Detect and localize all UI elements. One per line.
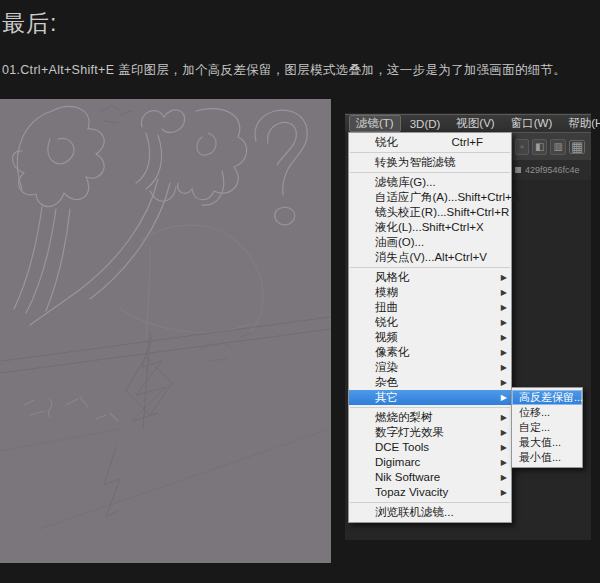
submenu-arrow-icon: ▶ bbox=[501, 300, 507, 315]
menu-item[interactable]: 浏览联机滤镜... bbox=[349, 505, 511, 520]
document-tab[interactable]: 429f9546fc4e bbox=[512, 160, 591, 180]
menu-item-shortcut: Shift+Ctrl+X bbox=[422, 220, 498, 235]
menu-item[interactable]: 位移... bbox=[512, 405, 582, 420]
menu-item[interactable]: 自适应广角(A)...Shift+Ctrl+A bbox=[349, 190, 511, 205]
menu-item-label: 最小值... bbox=[519, 450, 578, 465]
menu-item-shortcut: Alt+Ctrl+V bbox=[434, 250, 500, 265]
menu-item-shortcut: Shift+Ctrl+R bbox=[447, 205, 524, 220]
submenu-arrow-icon: ▶ bbox=[501, 425, 507, 440]
menu-item-label: 滤镜库(G)... bbox=[375, 175, 497, 190]
menu-item-label: 风格化 bbox=[375, 270, 497, 285]
submenu-arrow-icon: ▶ bbox=[501, 330, 507, 345]
menu-item[interactable]: 滤镜库(G)... bbox=[349, 175, 511, 190]
menu-item-label: 浏览联机滤镜... bbox=[375, 505, 497, 520]
submenu-arrow-icon: ▶ bbox=[501, 270, 507, 285]
menu-item[interactable]: 消失点(V)...Alt+Ctrl+V bbox=[349, 250, 511, 265]
menu-item[interactable]: 燃烧的梨树▶ bbox=[349, 410, 511, 425]
menu-item-label: 扭曲 bbox=[375, 300, 497, 315]
menu-item-label: 视频 bbox=[375, 330, 497, 345]
menu-item-label: 自定... bbox=[519, 420, 578, 435]
filter-dropdown-menu: 锐化Ctrl+F转换为智能滤镜滤镜库(G)...自适应广角(A)...Shift… bbox=[348, 132, 512, 523]
menu-item[interactable]: Digimarc▶ bbox=[349, 455, 511, 470]
menu-item[interactable]: 最大值... bbox=[512, 435, 582, 450]
submenu-arrow-icon: ▶ bbox=[501, 315, 507, 330]
menu-item[interactable]: 锐化▶ bbox=[349, 315, 511, 330]
menu-item-label: 位移... bbox=[519, 405, 578, 420]
menu-item[interactable]: 像素化▶ bbox=[349, 345, 511, 360]
menubar-item[interactable]: 帮助(H) bbox=[561, 115, 600, 132]
page-title: 最后: bbox=[2, 8, 57, 39]
menu-item[interactable]: Topaz Vivacity▶ bbox=[349, 485, 511, 500]
menu-item-shortcut: Shift+Ctrl+A bbox=[457, 190, 533, 205]
menu-item[interactable]: 扭曲▶ bbox=[349, 300, 511, 315]
menu-item-label: DCE Tools bbox=[375, 440, 497, 455]
options-bar: ▫◧▥▦ bbox=[512, 132, 591, 160]
menu-item-label: Digimarc bbox=[375, 455, 497, 470]
submenu-arrow-icon: ▶ bbox=[501, 360, 507, 375]
menu-item[interactable]: 渲染▶ bbox=[349, 360, 511, 375]
menu-item-label: Nik Software bbox=[375, 470, 497, 485]
menu-item[interactable]: Nik Software▶ bbox=[349, 470, 511, 485]
menu-item[interactable]: 其它▶ bbox=[349, 390, 511, 405]
submenu-arrow-icon: ▶ bbox=[501, 375, 507, 390]
menubar-item[interactable]: 滤镜(T) bbox=[349, 115, 401, 132]
menu-item-label: 镜头校正(R)... bbox=[375, 205, 447, 220]
submenu-arrow-icon: ▶ bbox=[501, 390, 507, 405]
submenu-arrow-icon: ▶ bbox=[501, 285, 507, 300]
menu-item-label: Topaz Vivacity bbox=[375, 485, 497, 500]
menu-separator bbox=[350, 267, 510, 268]
menu-item[interactable]: 视频▶ bbox=[349, 330, 511, 345]
menu-item[interactable]: DCE Tools▶ bbox=[349, 440, 511, 455]
menu-item[interactable]: 最小值... bbox=[512, 450, 582, 465]
menu-item[interactable]: 高反差保留... bbox=[512, 390, 582, 405]
other-submenu: 高反差保留...位移...自定...最大值...最小值... bbox=[511, 387, 583, 468]
menu-item-label: 最大值... bbox=[519, 435, 578, 450]
menu-item-label: 渲染 bbox=[375, 360, 497, 375]
menubar-item[interactable]: 视图(V) bbox=[449, 115, 501, 132]
menu-item-label: 其它 bbox=[375, 390, 497, 405]
menu-item-label: 锐化 bbox=[375, 315, 497, 330]
menu-item[interactable]: 风格化▶ bbox=[349, 270, 511, 285]
menu-item-label: 锐化 bbox=[375, 135, 451, 150]
highpass-preview-canvas bbox=[0, 99, 331, 563]
option-icon-3[interactable]: ▥ bbox=[550, 139, 565, 155]
grid-icon[interactable]: ▦ bbox=[569, 140, 585, 154]
menu-item-label: 模糊 bbox=[375, 285, 497, 300]
menu-item[interactable]: 镜头校正(R)...Shift+Ctrl+R bbox=[349, 205, 511, 220]
menu-bar: 滤镜(T)3D(D)视图(V)窗口(W)帮助(H) bbox=[345, 114, 591, 132]
menu-item[interactable]: 模糊▶ bbox=[349, 285, 511, 300]
menubar-item[interactable]: 3D(D) bbox=[403, 117, 448, 131]
option-icon-1[interactable]: ▫ bbox=[515, 139, 529, 155]
menu-item[interactable]: 自定... bbox=[512, 420, 582, 435]
menu-item[interactable]: 液化(L)...Shift+Ctrl+X bbox=[349, 220, 511, 235]
menu-item-label: 转换为智能滤镜 bbox=[375, 155, 497, 170]
menu-item-label: 燃烧的梨树 bbox=[375, 410, 497, 425]
menu-separator bbox=[350, 407, 510, 408]
menu-item-label: 油画(O)... bbox=[375, 235, 497, 250]
menu-item-label: 消失点(V)... bbox=[375, 250, 434, 265]
menu-separator bbox=[350, 172, 510, 173]
submenu-arrow-icon: ▶ bbox=[501, 455, 507, 470]
menubar-item[interactable]: 窗口(W) bbox=[504, 115, 560, 132]
menu-separator bbox=[350, 152, 510, 153]
submenu-arrow-icon: ▶ bbox=[501, 410, 507, 425]
menu-item[interactable]: 油画(O)... bbox=[349, 235, 511, 250]
submenu-arrow-icon: ▶ bbox=[501, 470, 507, 485]
menu-item-label: 像素化 bbox=[375, 345, 497, 360]
menu-item[interactable]: 数字灯光效果▶ bbox=[349, 425, 511, 440]
menu-item-label: 自适应广角(A)... bbox=[375, 190, 457, 205]
menu-item-label: 液化(L)... bbox=[375, 220, 422, 235]
document-icon bbox=[515, 167, 521, 173]
menu-item-label: 高反差保留... bbox=[519, 390, 583, 405]
menu-item[interactable]: 转换为智能滤镜 bbox=[349, 155, 511, 170]
menu-item[interactable]: 杂色▶ bbox=[349, 375, 511, 390]
submenu-arrow-icon: ▶ bbox=[501, 485, 507, 500]
step-description: 01.Ctrl+Alt+Shift+E 盖印图层，加个高反差保留，图层模式选叠加… bbox=[2, 62, 598, 79]
option-icon-2[interactable]: ◧ bbox=[532, 139, 547, 155]
menu-separator bbox=[350, 502, 510, 503]
menu-item-shortcut: Ctrl+F bbox=[451, 135, 497, 150]
submenu-arrow-icon: ▶ bbox=[501, 345, 507, 360]
submenu-arrow-icon: ▶ bbox=[501, 440, 507, 455]
menu-item[interactable]: 锐化Ctrl+F bbox=[349, 135, 511, 150]
highpass-preview-sketch bbox=[0, 99, 331, 563]
